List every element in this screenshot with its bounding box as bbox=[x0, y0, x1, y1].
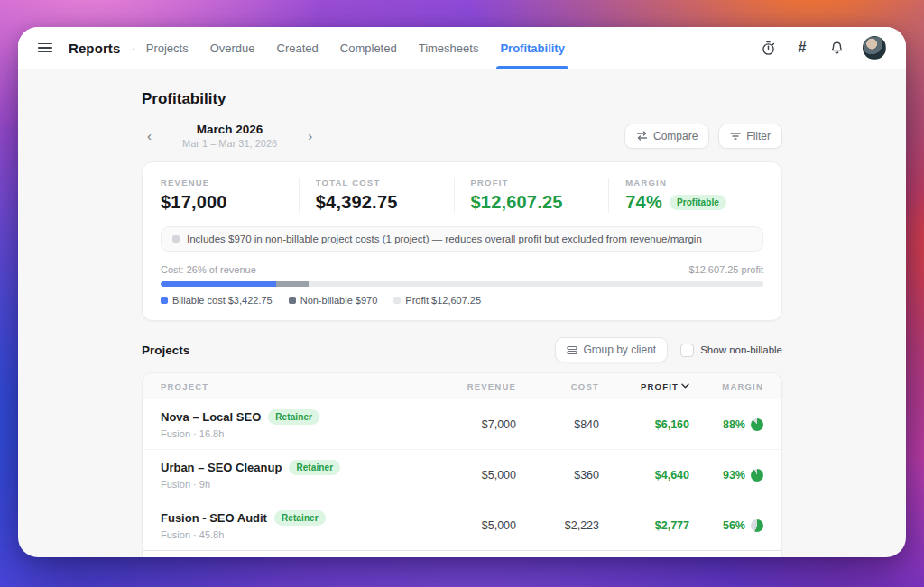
timer-icon[interactable] bbox=[760, 40, 776, 56]
group-by-client-button[interactable]: Group by client bbox=[555, 337, 668, 362]
tab-created[interactable]: Created bbox=[277, 27, 319, 69]
table-row[interactable]: Fusion - SEO Audit Retainer Fusion · 45.… bbox=[143, 500, 781, 550]
projects-section-header: Projects Group by client Show non-billab… bbox=[142, 337, 782, 362]
filter-button[interactable]: Filter bbox=[718, 124, 782, 149]
margin-pie-icon bbox=[751, 469, 763, 482]
filter-icon bbox=[730, 132, 741, 141]
cost-bar-labels: Cost: 26% of revenue $12,607.25 profit bbox=[161, 264, 763, 275]
period-row: ‹ March 2026 Mar 1 – Mar 31, 2026 › Comp… bbox=[142, 123, 782, 149]
cost-bar-legend: Billable cost $3,422.75 Non-billable $97… bbox=[161, 295, 763, 306]
cost-progress-bar bbox=[161, 281, 763, 287]
sort-chevron-down-icon bbox=[681, 383, 689, 389]
cost-percent-label: Cost: 26% of revenue bbox=[161, 264, 256, 275]
tab-completed[interactable]: Completed bbox=[340, 27, 397, 69]
compare-icon bbox=[636, 131, 648, 141]
cell-profit: $6,160 bbox=[599, 418, 689, 431]
cell-cost: $2,223 bbox=[516, 519, 599, 532]
app-window: Reports · Projects Overdue Created Compl… bbox=[18, 27, 906, 557]
period-display: March 2026 Mar 1 – Mar 31, 2026 bbox=[182, 123, 277, 149]
legend-billable: Billable cost $3,422.75 bbox=[161, 295, 273, 306]
tab-timesheets[interactable]: Timesheets bbox=[419, 27, 479, 69]
compare-button[interactable]: Compare bbox=[624, 124, 709, 149]
project-subtitle: Fusion · 16.8h bbox=[161, 428, 421, 439]
summary-card: REVENUE $17,000 TOTAL COST $4,392.75 PRO… bbox=[142, 161, 782, 321]
next-period-button[interactable]: › bbox=[302, 125, 318, 146]
col-revenue[interactable]: REVENUE bbox=[421, 381, 516, 391]
menu-icon[interactable] bbox=[38, 43, 52, 53]
col-cost[interactable]: COST bbox=[516, 381, 599, 391]
table-header-row: PROJECT REVENUE COST PROFIT MARGIN bbox=[143, 373, 781, 399]
col-profit-sorted[interactable]: PROFIT bbox=[599, 381, 689, 391]
col-margin[interactable]: MARGIN bbox=[689, 381, 763, 391]
projects-actions: Group by client Show non-billable bbox=[555, 337, 782, 362]
legend-profit-swatch bbox=[393, 297, 401, 304]
apps-grid-icon[interactable] bbox=[725, 40, 742, 56]
project-name[interactable]: Urban – SEO Cleanup bbox=[161, 461, 282, 474]
profit-amount-label: $12,607.25 profit bbox=[688, 264, 763, 275]
margin-pie-icon bbox=[751, 418, 763, 431]
legend-non-billable-swatch bbox=[289, 297, 296, 304]
show-non-billable-toggle[interactable]: Show non-billable bbox=[680, 344, 782, 357]
projects-table: PROJECT REVENUE COST PROFIT MARGIN Nova … bbox=[142, 372, 782, 557]
stat-revenue: REVENUE $17,000 bbox=[161, 178, 299, 213]
projects-heading: Projects bbox=[142, 344, 189, 357]
retainer-badge: Retainer bbox=[268, 409, 319, 425]
period-actions: Compare Filter bbox=[624, 124, 782, 149]
legend-profit: Profit $12,607.25 bbox=[393, 295, 481, 306]
stat-total-cost: TOTAL COST $4,392.75 bbox=[299, 178, 454, 213]
cell-profit: $2,777 bbox=[599, 519, 689, 532]
group-rows-icon bbox=[567, 345, 578, 355]
prev-period-button[interactable]: ‹ bbox=[142, 125, 157, 146]
tab-overdue[interactable]: Overdue bbox=[210, 27, 255, 69]
cell-revenue: $5,000 bbox=[421, 519, 516, 532]
stat-margin: MARGIN 74% Profitable bbox=[608, 178, 763, 213]
cell-margin: 93% bbox=[689, 469, 763, 482]
table-row[interactable]: Nova – Local SEO Retainer Fusion · 16.8h… bbox=[143, 399, 781, 450]
bar-segment-non-billable bbox=[276, 281, 309, 287]
tab-projects[interactable]: Projects bbox=[146, 27, 189, 69]
period-label: March 2026 bbox=[182, 123, 277, 136]
col-project[interactable]: PROJECT bbox=[161, 381, 421, 391]
cell-cost: $360 bbox=[516, 469, 599, 482]
notifications-bell-icon[interactable] bbox=[828, 40, 845, 56]
topbar-actions: # bbox=[725, 36, 886, 60]
note-icon bbox=[172, 235, 180, 243]
main-content: Profitability ‹ March 2026 Mar 1 – Mar 3… bbox=[142, 90, 782, 557]
user-avatar[interactable] bbox=[863, 36, 886, 60]
project-name[interactable]: Fusion - SEO Audit bbox=[161, 511, 267, 525]
cell-profit: $4,640 bbox=[599, 469, 689, 482]
tab-profitability[interactable]: Profitability bbox=[500, 27, 565, 69]
legend-non-billable: Non-billable $970 bbox=[289, 295, 378, 306]
show-non-billable-checkbox[interactable] bbox=[680, 344, 694, 357]
legend-billable-swatch bbox=[161, 297, 168, 304]
report-tabs: Projects Overdue Created Completed Times… bbox=[146, 27, 565, 69]
margin-pie-icon bbox=[751, 519, 763, 532]
period-range: Mar 1 – Mar 31, 2026 bbox=[182, 138, 277, 149]
channel-hash-icon[interactable]: # bbox=[794, 40, 810, 56]
stat-profit: PROFIT $12,607.25 bbox=[454, 178, 609, 213]
top-bar: Reports · Projects Overdue Created Compl… bbox=[18, 27, 906, 69]
bar-segment-profit bbox=[309, 281, 763, 287]
table-row[interactable]: Urban – SEO Cleanup Retainer Fusion · 9h… bbox=[143, 450, 781, 500]
cell-margin: 56% bbox=[689, 519, 763, 532]
profitable-badge: Profitable bbox=[670, 195, 726, 210]
project-subtitle: Fusion · 9h bbox=[161, 479, 421, 490]
project-name[interactable]: Nova – Local SEO bbox=[161, 410, 261, 424]
non-billable-note: Includes $970 in non-billable project co… bbox=[161, 226, 763, 252]
stats-row: REVENUE $17,000 TOTAL COST $4,392.75 PRO… bbox=[161, 178, 763, 213]
retainer-badge: Retainer bbox=[289, 460, 340, 475]
title-separator: · bbox=[131, 41, 134, 55]
cell-revenue: $7,000 bbox=[421, 418, 516, 431]
cell-cost: $840 bbox=[516, 418, 599, 431]
table-total-row: Total (4 projects) $17,000 $4,393 $12,60… bbox=[143, 550, 781, 557]
app-title: Reports bbox=[69, 41, 120, 56]
retainer-badge: Retainer bbox=[274, 510, 326, 526]
cell-revenue: $5,000 bbox=[421, 469, 516, 482]
cell-margin: 88% bbox=[689, 418, 763, 431]
period-navigator: ‹ March 2026 Mar 1 – Mar 31, 2026 › bbox=[142, 123, 318, 149]
project-subtitle: Fusion · 45.8h bbox=[161, 529, 421, 540]
page-title: Profitability bbox=[142, 90, 782, 108]
bar-segment-billable bbox=[161, 281, 276, 287]
